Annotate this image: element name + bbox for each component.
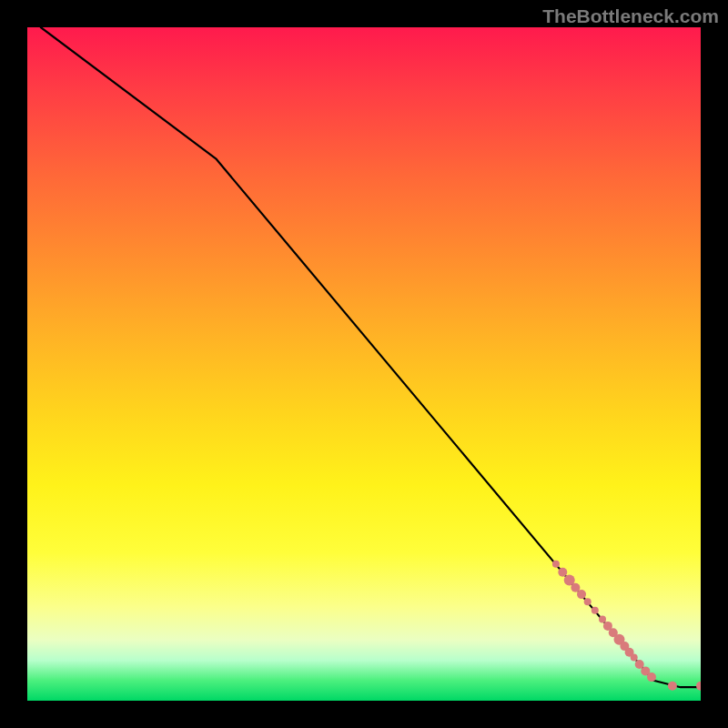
watermark-text: TheBottleneck.com — [542, 5, 719, 27]
data-marker — [558, 568, 567, 577]
data-marker — [599, 616, 606, 623]
plot-area — [27, 27, 701, 701]
line-series — [41, 27, 701, 687]
data-marker — [696, 682, 701, 691]
data-marker — [584, 598, 592, 605]
data-marker — [592, 607, 599, 614]
chart-root: TheBottleneck.com — [0, 0, 728, 728]
data-marker — [577, 590, 586, 599]
data-marker — [552, 561, 560, 568]
data-marker — [647, 672, 656, 682]
data-marker — [631, 654, 638, 662]
data-marker — [668, 682, 677, 691]
chart-svg — [27, 27, 701, 701]
